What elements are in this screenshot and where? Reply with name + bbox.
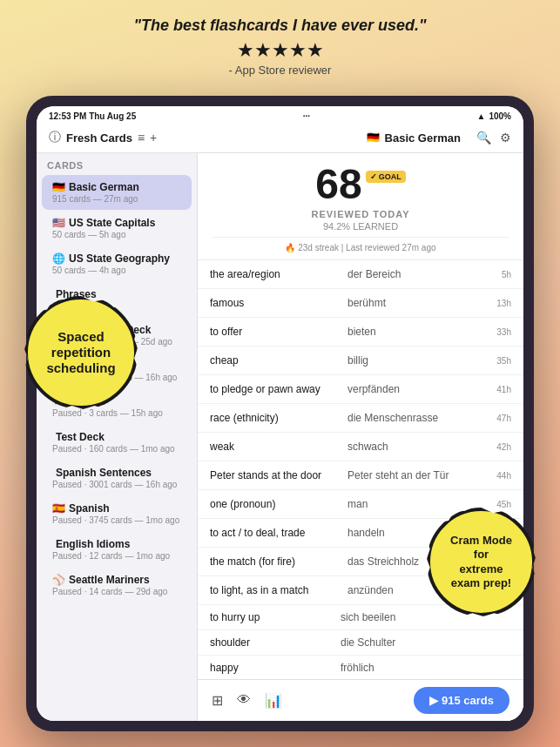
sidebar-deck-item[interactable]: Spanish Sentences Paused · 3001 cards — … <box>42 461 192 495</box>
list-icon[interactable]: ≡ <box>138 131 145 145</box>
word-english: the area/region <box>210 268 347 280</box>
deck-item-meta: 50 cards — 4h ago <box>52 266 181 275</box>
sidebar-section-title: Cards <box>37 153 197 174</box>
deck-item-meta: Paused · 14 cards — 29d ago <box>52 587 181 596</box>
deck-title: Basic German <box>385 131 461 145</box>
stars: ★★★★★ <box>17 39 543 62</box>
add-deck-icon[interactable]: + <box>150 131 157 145</box>
header-left: ⓘ Fresh Cards ≡ + <box>49 130 351 145</box>
word-row[interactable]: to pledge or pawn away verpfänden 41h <box>198 375 523 404</box>
deck-name: Test Deck <box>56 431 105 443</box>
deck-item-meta: Paused · 3001 cards — 16h ago <box>52 480 181 489</box>
goal-badge: ✓GOAL <box>366 171 406 183</box>
word-row[interactable]: cheap billig 35h <box>198 347 523 375</box>
word-row[interactable]: weak schwach 42h <box>198 433 523 461</box>
deck-flag: 🇺🇸 <box>52 217 65 229</box>
status-more: ··· <box>303 111 310 121</box>
deck-name: Spanish <box>69 502 110 515</box>
sidebar-deck-item[interactable]: English Idioms Paused · 12 cards — 1mo a… <box>42 532 192 567</box>
stats-icon[interactable]: 📊 <box>265 692 282 709</box>
deck-flag: 🇩🇪 <box>367 131 380 144</box>
status-time: 12:53 PM Thu Aug 25 <box>49 111 136 121</box>
word-german: verpfänden <box>347 383 485 395</box>
info-icon[interactable]: ⓘ <box>49 130 61 145</box>
deck-item-name: Test Deck <box>52 431 181 443</box>
status-right: ▲ 100% <box>477 111 511 121</box>
deck-item-name: 🇺🇸 US State Capitals <box>52 217 181 229</box>
status-bar: 12:53 PM Thu Aug 25 ··· ▲ 100% <box>37 106 523 124</box>
cards-view-icon[interactable]: ⊞ <box>212 692 223 709</box>
sidebar-deck-item[interactable]: 🇩🇪 Basic German 915 cards — 27m ago <box>42 175 192 210</box>
deck-name: Basic German <box>69 181 139 193</box>
bottom-toolbar: ⊞ 👁 📊 ▶ 915 cards <box>198 679 523 721</box>
word-row[interactable]: famous berühmt 13h <box>198 289 523 318</box>
preview-icon[interactable]: 👁 <box>237 692 251 709</box>
word-german: schwach <box>347 441 485 453</box>
deck-item-name: 🇪🇸 Spanish <box>52 502 181 515</box>
deck-header: 🇩🇪 Basic German <box>358 131 469 145</box>
word-german: die Schulter <box>341 636 471 649</box>
word-english: happy <box>210 662 341 674</box>
deck-item-name: English Idioms <box>52 538 181 550</box>
deck-name: Spanish Sentences <box>56 467 152 479</box>
word-interval: 47h <box>485 414 511 423</box>
big-number-container: 68 ✓GOAL <box>212 164 509 205</box>
word-german: bieten <box>347 326 485 338</box>
word-interval: 42h <box>485 442 511 452</box>
word-english: one (pronoun) <box>210 498 347 510</box>
deck-item-meta: Paused · 3745 cards — 1mo ago <box>52 515 181 525</box>
word-english: Peter stands at the door <box>210 469 347 481</box>
deck-name: US State Capitals <box>69 217 155 229</box>
sidebar-deck-item[interactable]: Test Deck Paused · 160 cards — 1mo ago <box>42 425 192 460</box>
deck-item-name: 🇩🇪 Basic German <box>52 181 181 193</box>
word-german: sich beeilen <box>341 611 471 623</box>
word-german: billig <box>347 354 485 367</box>
word-interval: 5h <box>485 270 511 279</box>
deck-name: English Idioms <box>56 538 130 550</box>
battery-status: 100% <box>489 111 511 121</box>
word-english: weak <box>210 441 347 453</box>
word-german: fröhlich <box>341 662 471 674</box>
sidebar: Cards 🇩🇪 Basic German 915 cards — 27m ag… <box>37 153 198 721</box>
word-row[interactable]: the area/region der Bereich 5h <box>198 260 523 289</box>
sidebar-deck-item[interactable]: ⚾ Seattle Mariners Paused · 14 cards — 2… <box>42 568 192 602</box>
search-icon[interactable]: 🔍 <box>476 131 491 145</box>
quote-text: "The best flashcards I have ever used." <box>17 16 543 36</box>
word-interval: 13h <box>485 299 511 308</box>
reviewed-count: 68 <box>315 164 361 205</box>
sidebar-deck-item[interactable]: 🇺🇸 US State Capitals 50 cards — 5h ago <box>42 211 192 246</box>
deck-item-name: Spanish Sentences <box>52 467 181 479</box>
word-row[interactable]: race (ethnicity) die Menschenrasse 47h <box>198 404 523 433</box>
deck-item-meta: 915 cards — 27m ago <box>52 194 181 204</box>
word-row[interactable]: Peter stands at the door Peter steht an … <box>198 461 523 490</box>
deck-name: Seattle Mariners <box>69 574 150 586</box>
word-interval: 44h <box>485 471 511 481</box>
word-german: der Bereich <box>347 268 485 280</box>
deck-item-name: 🌐 US State Geography <box>52 252 181 265</box>
deck-item-meta: 50 cards — 5h ago <box>52 230 181 239</box>
deck-flag: 🇪🇸 <box>52 502 65 515</box>
word-row[interactable]: to offer bieten 33h <box>198 318 523 347</box>
word-german: man <box>347 498 485 510</box>
quote-section: "The best flashcards I have ever used." … <box>0 0 560 84</box>
cram-mode-badge: Cram Modeforextremeexam prep! <box>427 508 536 616</box>
word-interval: 35h <box>485 356 511 366</box>
word-row[interactable]: shoulder die Schulter <box>198 630 523 656</box>
deck-item-meta: Paused · 160 cards — 1mo ago <box>52 444 181 454</box>
wifi-icon: ▲ <box>477 111 486 121</box>
word-interval: 33h <box>485 327 511 337</box>
word-english: race (ethnicity) <box>210 412 347 424</box>
learned-label: 94.2% LEARNED <box>212 221 509 232</box>
word-interval: 41h <box>485 385 511 394</box>
deck-flag: ⚾ <box>52 574 65 586</box>
app-header: ⓘ Fresh Cards ≡ + 🇩🇪 Basic German 🔍 ⚙ <box>37 124 523 153</box>
sidebar-deck-item[interactable]: 🇪🇸 Spanish Paused · 3745 cards — 1mo ago <box>42 496 192 531</box>
spaced-repetition-badge: Spacedrepetitionscheduling <box>24 296 138 409</box>
word-row[interactable]: happy fröhlich <box>198 656 523 679</box>
sidebar-deck-item[interactable]: 🌐 US State Geography 50 cards — 4h ago <box>42 246 192 281</box>
play-cards-button[interactable]: ▶ 915 cards <box>414 687 509 714</box>
spaced-badge-text: Spacedrepetitionscheduling <box>46 329 115 376</box>
word-english: to offer <box>210 326 347 338</box>
settings-icon[interactable]: ⚙ <box>500 131 511 145</box>
word-german: berühmt <box>347 297 485 309</box>
